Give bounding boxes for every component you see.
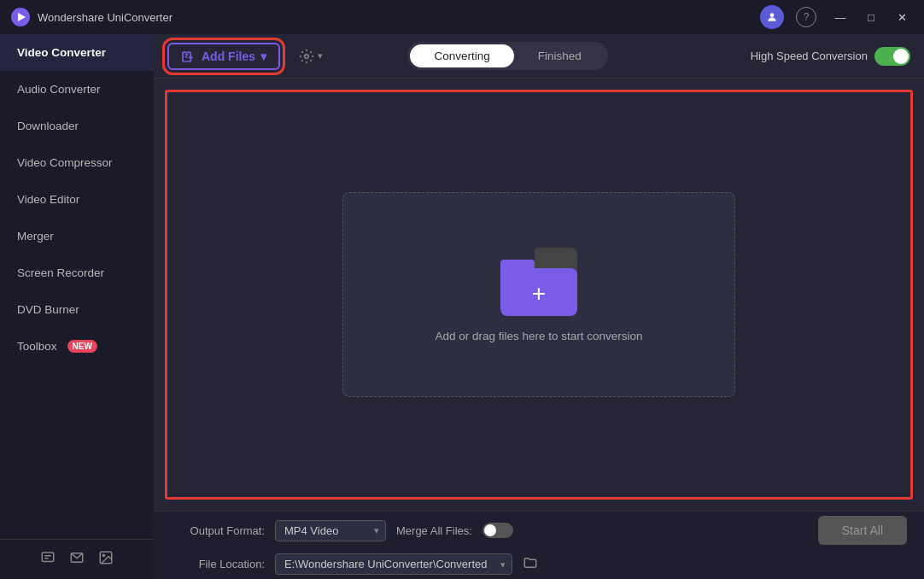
sidebar-item-downloader[interactable]: Downloader (0, 108, 154, 144)
sidebar-item-label: DVD Burner (17, 303, 79, 316)
tab-group: Converting Finished (407, 42, 607, 70)
sidebar-item-video-converter[interactable]: Video Converter (0, 34, 154, 71)
sidebar-item-toolbox[interactable]: Toolbox NEW (0, 328, 154, 365)
svg-point-8 (102, 554, 104, 556)
mail-icon[interactable] (69, 550, 85, 569)
app-title: Wondershare UniConverter (38, 11, 760, 24)
photo-icon[interactable] (98, 550, 114, 569)
maximize-button[interactable]: □ (859, 8, 883, 26)
svg-point-2 (770, 13, 775, 17)
sidebar-item-label: Video Compressor (17, 156, 113, 169)
svg-rect-3 (42, 553, 54, 562)
sidebar-item-screen-recorder[interactable]: Screen Recorder (0, 254, 154, 291)
merge-toggle[interactable] (482, 523, 513, 538)
sidebar-item-audio-converter[interactable]: Audio Converter (0, 71, 154, 108)
bottombar: Output Format: MP4 Video Merge All Files… (154, 511, 924, 579)
settings-chevron: ▾ (318, 50, 323, 61)
sidebar-item-label: Audio Converter (17, 83, 101, 96)
sidebar-item-label: Video Editor (17, 193, 79, 206)
sidebar-item-video-editor[interactable]: Video Editor (0, 181, 154, 218)
account-button[interactable] (760, 5, 784, 29)
sidebar-item-merger[interactable]: Merger (0, 218, 154, 254)
sidebar-item-label: Toolbox (17, 340, 57, 353)
folder-open-icon[interactable] (523, 555, 538, 573)
high-speed-toggle[interactable] (874, 47, 910, 66)
sidebar: Video Converter Audio Converter Download… (0, 34, 154, 579)
file-location-select[interactable]: E:\Wondershare UniConverter\Converted (275, 553, 512, 575)
sidebar-item-label: Video Converter (17, 46, 106, 59)
sidebar-item-label: Downloader (17, 120, 79, 132)
sidebar-item-label: Screen Recorder (17, 266, 104, 279)
sidebar-item-dvd-burner[interactable]: DVD Burner (0, 291, 154, 328)
help-button[interactable]: ? (796, 7, 816, 27)
high-speed-label: High Speed Conversion (751, 50, 868, 62)
main-layout: Video Converter Audio Converter Download… (0, 34, 924, 579)
location-select-wrapper: E:\Wondershare UniConverter\Converted (275, 553, 512, 575)
sidebar-item-video-compressor[interactable]: Video Compressor (0, 144, 154, 181)
add-files-label: Add Files (202, 50, 255, 63)
app-logo (10, 7, 31, 27)
sidebar-item-label: Merger (17, 230, 54, 243)
folder-front: + (500, 268, 577, 316)
file-location-label: File Location: (171, 558, 265, 570)
settings-button[interactable]: ⚙ ▾ (290, 44, 331, 69)
feedback-icon[interactable] (40, 550, 56, 569)
output-format-select[interactable]: MP4 Video (275, 520, 386, 541)
bottombar-location-row: File Location: E:\Wondershare UniConvert… (171, 553, 907, 575)
minimize-button[interactable]: — (828, 8, 852, 26)
merge-files-label: Merge All Files: (396, 524, 472, 537)
drop-zone-text: Add or drag files here to start conversi… (435, 330, 642, 342)
close-button[interactable]: ✕ (890, 8, 914, 26)
start-all-button[interactable]: Start All (818, 516, 907, 545)
add-files-button[interactable]: Add Files ▾ (167, 43, 280, 70)
content-area: Add Files ▾ ⚙ ▾ Converting Finished High… (154, 34, 924, 579)
high-speed-group: High Speed Conversion (751, 47, 910, 66)
toolbar: Add Files ▾ ⚙ ▾ Converting Finished High… (154, 34, 924, 79)
sidebar-bottom (0, 539, 154, 579)
new-badge: NEW (67, 340, 97, 353)
folder-icon: + (500, 248, 577, 316)
window-controls: ? — □ ✕ (760, 5, 914, 29)
drop-zone[interactable]: + Add or drag files here to start conver… (342, 192, 735, 397)
folder-plus-icon: + (532, 282, 546, 306)
drop-container: + Add or drag files here to start conver… (162, 87, 915, 502)
format-select-wrapper: MP4 Video (275, 520, 386, 541)
tab-converting[interactable]: Converting (410, 44, 513, 67)
add-files-dropdown-icon: ▾ (260, 50, 266, 63)
bottombar-format-row: Output Format: MP4 Video Merge All Files… (171, 516, 907, 545)
titlebar: Wondershare UniConverter ? — □ ✕ (0, 0, 924, 34)
tab-finished[interactable]: Finished (514, 44, 605, 67)
svg-point-14 (305, 54, 309, 58)
output-format-label: Output Format: (171, 524, 265, 537)
